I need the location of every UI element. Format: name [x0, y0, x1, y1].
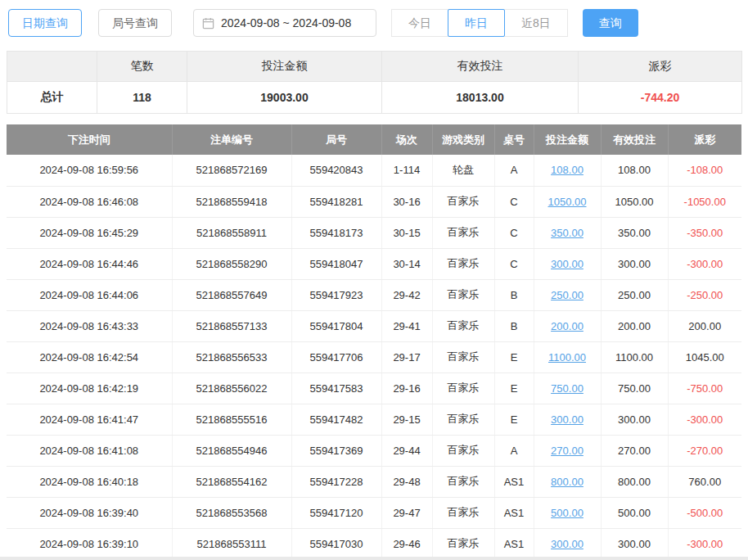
- cell-valid-bet: 270.00: [601, 435, 668, 466]
- cell-bet-id: 521868556533: [172, 341, 291, 373]
- cell-session: 29-46: [381, 528, 432, 559]
- summary-bet-amount-value: 19003.00: [187, 82, 382, 114]
- cell-valid-bet: 300.00: [601, 404, 668, 435]
- cell-round-id: 559417228: [291, 466, 381, 497]
- cell-bet-id: 521868553111: [172, 528, 291, 559]
- yesterday-button[interactable]: 昨日: [448, 9, 505, 37]
- cell-bet-time: 2024-09-08 16:43:33: [7, 310, 172, 341]
- cell-payout: -500.00: [668, 497, 741, 528]
- cell-bet-amount[interactable]: 1100.00: [534, 341, 601, 373]
- bet-amount-link[interactable]: 800.00: [551, 476, 584, 488]
- cell-payout: 200.00: [668, 310, 741, 341]
- cell-bet-id: 521868558290: [172, 248, 291, 279]
- cell-round-id: 559417120: [291, 497, 381, 528]
- cell-bet-amount[interactable]: 250.00: [534, 279, 601, 310]
- cell-session: 29-16: [381, 373, 432, 404]
- date-query-button[interactable]: 日期查询: [8, 9, 82, 37]
- cell-bet-amount[interactable]: 500.00: [534, 497, 601, 528]
- cell-bet-time: 2024-09-08 16:45:29: [7, 217, 172, 248]
- cell-bet-amount[interactable]: 108.00: [534, 155, 601, 186]
- cell-table-no: E: [494, 404, 534, 435]
- cell-payout: -108.00: [668, 155, 741, 186]
- cell-bet-id: 521868555516: [172, 404, 291, 435]
- bet-amount-link[interactable]: 250.00: [551, 289, 584, 301]
- cell-round-id: 559417706: [291, 341, 381, 373]
- header-session: 场次: [381, 124, 432, 155]
- cell-bet-amount[interactable]: 1050.00: [534, 186, 601, 217]
- toolbar: 日期查询 局号查询 2024-09-08 ~ 2024-09-08 今日 昨日 …: [0, 0, 748, 46]
- header-payout: 派彩: [668, 124, 741, 155]
- bet-amount-link[interactable]: 1100.00: [548, 351, 586, 364]
- cell-bet-amount[interactable]: 800.00: [534, 466, 601, 497]
- table-row: 2024-09-08 16:45:29 521868558911 5594181…: [7, 217, 741, 248]
- bet-amount-link[interactable]: 270.00: [551, 445, 584, 457]
- cell-bet-time: 2024-09-08 16:41:08: [7, 435, 172, 466]
- summary-header-bet-amount: 投注金额: [187, 52, 382, 82]
- cell-valid-bet: 250.00: [601, 279, 668, 310]
- cell-session: 1-114: [381, 155, 432, 186]
- cell-payout: -270.00: [668, 435, 741, 466]
- cell-session: 29-41: [381, 310, 432, 341]
- cell-round-id: 559417583: [291, 373, 381, 404]
- bet-amount-link[interactable]: 1050.00: [548, 196, 587, 208]
- cell-bet-id: 521868557649: [172, 279, 291, 310]
- cell-bet-amount[interactable]: 200.00: [534, 310, 601, 341]
- cell-session: 29-42: [381, 279, 432, 310]
- bet-amount-link[interactable]: 200.00: [551, 320, 584, 332]
- bet-amount-link[interactable]: 300.00: [551, 413, 584, 426]
- cell-game-type: 百家乐: [432, 435, 494, 466]
- bet-amount-link[interactable]: 108.00: [551, 164, 584, 176]
- cell-session: 29-15: [381, 404, 432, 435]
- cell-round-id: 559418281: [291, 186, 381, 217]
- cell-game-type: 百家乐: [432, 341, 494, 373]
- cell-valid-bet: 1100.00: [601, 341, 668, 373]
- cell-bet-id: 521868559418: [172, 186, 291, 217]
- date-range-picker[interactable]: 2024-09-08 ~ 2024-09-08: [193, 9, 376, 37]
- summary-count-value: 118: [97, 82, 187, 114]
- table-row: 2024-09-08 16:42:19 521868556022 5594175…: [7, 373, 741, 404]
- cell-round-id: 559417482: [291, 404, 381, 435]
- cell-session: 29-47: [381, 497, 432, 528]
- bet-amount-link[interactable]: 300.00: [551, 258, 584, 270]
- summary-header-payout: 派彩: [579, 52, 742, 82]
- today-button[interactable]: 今日: [391, 9, 448, 37]
- cell-session: 29-48: [381, 466, 432, 497]
- round-query-button[interactable]: 局号查询: [98, 9, 172, 37]
- cell-bet-time: 2024-09-08 16:41:47: [7, 404, 172, 435]
- cell-bet-amount[interactable]: 300.00: [534, 248, 601, 279]
- bet-amount-link[interactable]: 500.00: [551, 507, 584, 519]
- cell-payout: -250.00: [668, 279, 741, 310]
- records-table: 下注时间 注单编号 局号 场次 游戏类别 桌号 投注金额 有效投注 派彩 202…: [7, 124, 741, 560]
- last8days-button[interactable]: 近8日: [504, 9, 568, 37]
- summary-valid-bet-value: 18013.00: [382, 82, 579, 114]
- search-button[interactable]: 查询: [583, 9, 638, 37]
- cell-bet-amount[interactable]: 350.00: [534, 217, 601, 248]
- cell-bet-time: 2024-09-08 16:42:54: [7, 341, 172, 373]
- table-row: 2024-09-08 16:42:54 521868556533 5594177…: [7, 341, 741, 373]
- cell-bet-amount[interactable]: 300.00: [534, 404, 601, 435]
- cell-table-no: B: [494, 310, 534, 341]
- cell-bet-amount[interactable]: 300.00: [534, 528, 601, 559]
- cell-valid-bet: 800.00: [601, 466, 668, 497]
- cell-payout: 1045.00: [668, 341, 741, 373]
- quick-range-group: 今日 昨日 近8日: [391, 9, 568, 37]
- bet-amount-link[interactable]: 300.00: [551, 538, 584, 550]
- records-tbody: 2024-09-08 16:59:56 521868572169 5594208…: [7, 155, 741, 559]
- bet-amount-link[interactable]: 350.00: [551, 227, 584, 239]
- calendar-icon: [202, 17, 214, 29]
- header-game-type: 游戏类别: [432, 124, 494, 155]
- bet-amount-link[interactable]: 750.00: [551, 382, 584, 395]
- cell-game-type: 百家乐: [432, 186, 494, 217]
- summary-header-valid-bet: 有效投注: [382, 52, 579, 82]
- horizontal-scrollbar[interactable]: [0, 557, 748, 560]
- cell-valid-bet: 300.00: [601, 248, 668, 279]
- table-row: 2024-09-08 16:39:10 521868553111 5594170…: [7, 528, 741, 559]
- cell-bet-amount[interactable]: 750.00: [534, 373, 601, 404]
- cell-table-no: E: [494, 373, 534, 404]
- cell-bet-amount[interactable]: 270.00: [534, 435, 601, 466]
- cell-payout: 760.00: [668, 466, 741, 497]
- header-round-id: 局号: [291, 124, 381, 155]
- header-bet-amount: 投注金额: [534, 124, 601, 155]
- cell-payout: -1050.00: [668, 186, 741, 217]
- cell-game-type: 百家乐: [432, 497, 494, 528]
